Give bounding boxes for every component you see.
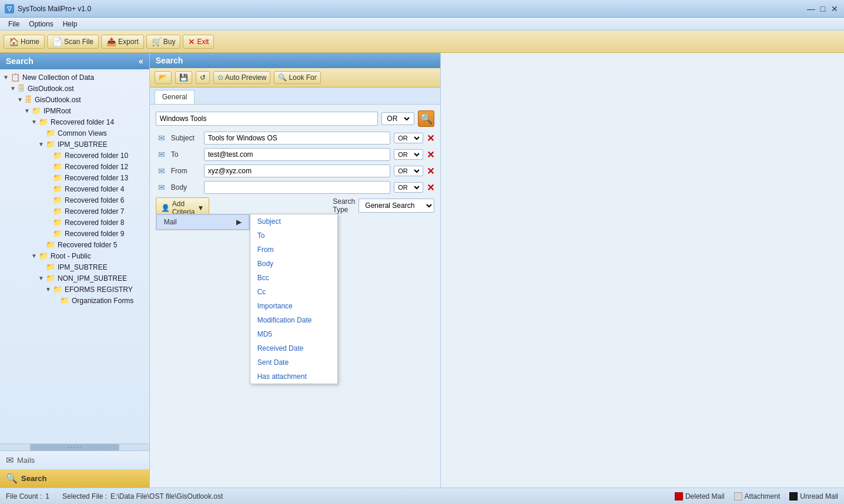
home-button[interactable]: 🏠 Home xyxy=(4,35,45,49)
to-input[interactable] xyxy=(204,148,391,161)
sidebar-item-ipm-subtree[interactable]: ▼📁IPM_SUBTREE xyxy=(0,139,149,150)
subject-remove-button[interactable]: ✕ xyxy=(427,133,434,144)
tree-expand-icon[interactable]: ▼ xyxy=(2,74,9,81)
sidebar-item-recovered-folder-14[interactable]: ▼📁Recovered folder 14 xyxy=(0,116,149,127)
mails-icon: ✉ xyxy=(6,455,14,466)
submenu-md5[interactable]: MD5 xyxy=(250,327,337,341)
submenu-importance[interactable]: Importance xyxy=(250,299,337,313)
menu-file[interactable]: File xyxy=(4,19,24,29)
body-criteria-row: ✉ Body OR AND ✕ xyxy=(156,181,435,194)
tree-expand-icon[interactable]: ▼ xyxy=(9,85,16,92)
submenu-modification-date[interactable]: Modification Date xyxy=(250,313,337,327)
submenu-has-attachment[interactable]: Has attachment xyxy=(250,369,337,384)
look-for-button[interactable]: 🔍 Look For xyxy=(274,71,320,84)
export-button[interactable]: 📤 Export xyxy=(101,35,144,49)
tree-expand-icon xyxy=(45,208,52,215)
tree-expand-icon[interactable]: ▼ xyxy=(31,253,38,260)
sidebar-item-ipm-subtree-2[interactable]: 📁IPM_SUBTREE xyxy=(0,261,149,273)
body-or-select[interactable]: OR AND xyxy=(396,183,421,191)
sidebar-item-non-ipm-subtree[interactable]: ▼📁NON_IPM_SUBTREE xyxy=(0,273,149,284)
sidebar-scrollbar-thumb[interactable]: · · · · · xyxy=(30,444,119,451)
tree-expand-icon[interactable]: ▼ xyxy=(31,119,38,126)
tree-node-label: Organization Forms xyxy=(72,297,133,305)
close-button[interactable]: ✕ xyxy=(830,4,839,14)
from-input[interactable] xyxy=(204,164,391,177)
to-remove-button[interactable]: ✕ xyxy=(427,149,434,160)
menu-options[interactable]: Options xyxy=(24,19,58,29)
body-or-dropdown[interactable]: OR AND xyxy=(394,182,423,193)
sidebar-item-new-collection[interactable]: ▼📋New Collection of Data xyxy=(0,72,149,83)
submenu-received-date[interactable]: Received Date xyxy=(250,341,337,355)
look-for-icon: 🔍 xyxy=(278,73,287,82)
tab-general[interactable]: General xyxy=(155,90,195,104)
sidebar-item-recovered-folder-12[interactable]: 📁Recovered folder 12 xyxy=(0,161,149,172)
from-remove-button[interactable]: ✕ xyxy=(427,166,434,177)
main-or-select[interactable]: OR AND xyxy=(384,114,411,123)
open-folder-button[interactable]: 📂 xyxy=(155,71,172,84)
subject-or-dropdown[interactable]: OR AND xyxy=(394,133,423,143)
save-button[interactable]: 💾 xyxy=(175,71,192,84)
tree-expand-icon[interactable]: ▼ xyxy=(38,141,45,148)
tree-node-label: Recovered folder 9 xyxy=(65,230,124,238)
body-remove-button[interactable]: ✕ xyxy=(427,182,434,193)
auto-preview-button[interactable]: ⊙ Auto Preview xyxy=(213,71,271,84)
minimize-button[interactable]: — xyxy=(806,4,816,14)
sidebar-item-recovered-folder-9[interactable]: 📁Recovered folder 9 xyxy=(0,228,149,239)
to-or-dropdown[interactable]: OR AND xyxy=(394,149,423,160)
sidebar-item-recovered-folder-7[interactable]: 📁Recovered folder 7 xyxy=(0,206,149,217)
sidebar-collapse-button[interactable]: « xyxy=(139,56,143,66)
folder-icon: 📁 xyxy=(53,207,62,216)
sidebar-item-recovered-folder-10[interactable]: 📁Recovered folder 10 xyxy=(0,150,149,161)
tree-expand-icon[interactable]: ▼ xyxy=(24,107,31,115)
folder-icon: 📁 xyxy=(46,129,55,137)
attachment-box xyxy=(734,492,742,500)
tree-expand-icon[interactable]: ▼ xyxy=(38,275,45,282)
from-or-dropdown[interactable]: OR AND xyxy=(394,166,423,176)
buy-button[interactable]: 🛒 Buy xyxy=(146,35,181,49)
sidebar-item-common-views[interactable]: 📁Common Views xyxy=(0,127,149,139)
mail-menu-item[interactable]: Mail ▶ xyxy=(156,214,249,230)
sidebar-item-recovered-folder-8[interactable]: 📁Recovered folder 8 xyxy=(0,217,149,228)
tree-node-label: IPM_SUBTREE xyxy=(58,263,108,271)
submenu-subject[interactable]: Subject xyxy=(250,214,337,229)
sidebar-item-root-public[interactable]: ▼📁Root - Public xyxy=(0,250,149,261)
tab-search[interactable]: 🔍 Search xyxy=(0,469,149,488)
sidebar-horizontal-scrollbar[interactable]: · · · · · xyxy=(0,443,149,451)
sidebar-item-recovered-folder-4[interactable]: 📁Recovered folder 4 xyxy=(0,183,149,194)
search-tab-label: Search xyxy=(21,474,46,483)
scan-button[interactable]: 📄 Scan File xyxy=(47,35,99,49)
to-or-select[interactable]: OR AND xyxy=(396,150,421,159)
run-search-button[interactable]: 🔍 xyxy=(418,110,434,127)
submenu-body[interactable]: Body xyxy=(250,257,337,271)
sidebar-item-recovered-folder-13[interactable]: 📁Recovered folder 13 xyxy=(0,172,149,183)
tree-expand-icon[interactable]: ▼ xyxy=(45,286,52,293)
submenu-sent-date[interactable]: Sent Date xyxy=(250,355,337,369)
sidebar-item-recovered-folder-5[interactable]: 📁Recovered folder 5 xyxy=(0,239,149,250)
auto-preview-radio: ⊙ xyxy=(217,73,223,82)
sidebar-item-gisoutlook-ost-1[interactable]: ▼🗄GisOutlook.ost xyxy=(0,83,149,94)
menu-help[interactable]: Help xyxy=(58,19,82,29)
add-criteria-container: 👤 Add Criteria ▼ Mail ▶ xyxy=(156,197,210,219)
from-or-select[interactable]: OR AND xyxy=(396,167,421,175)
refresh-button[interactable]: ↺ xyxy=(196,71,210,84)
tab-mails[interactable]: ✉ Mails xyxy=(0,451,149,469)
main-search-input[interactable] xyxy=(156,112,379,126)
sidebar-item-eforms-registry[interactable]: ▼📁EFORMS REGISTRY xyxy=(0,284,149,295)
sidebar-item-gisoutlook-ost-2[interactable]: ▼🗄GisOutlook.ost xyxy=(0,94,149,105)
submenu-bcc[interactable]: Bcc xyxy=(250,271,337,285)
maximize-button[interactable]: □ xyxy=(818,4,828,14)
subject-input[interactable] xyxy=(204,132,391,145)
submenu-to[interactable]: To xyxy=(250,229,337,243)
unread-mail-label: Unread Mail xyxy=(800,492,838,500)
sidebar-item-organization-forms[interactable]: 📁Organization Forms xyxy=(0,295,149,306)
exit-button[interactable]: ✕ Exit xyxy=(183,35,214,49)
main-or-dropdown[interactable]: OR AND xyxy=(381,112,414,125)
submenu-cc[interactable]: Cc xyxy=(250,285,337,299)
sidebar-item-ipmroot[interactable]: ▼📁IPMRoot xyxy=(0,105,149,116)
subject-or-select[interactable]: OR AND xyxy=(396,134,421,142)
tree-expand-icon[interactable]: ▼ xyxy=(16,96,24,103)
body-input[interactable] xyxy=(204,181,391,194)
sidebar-item-recovered-folder-6[interactable]: 📁Recovered folder 6 xyxy=(0,194,149,206)
submenu-from[interactable]: From xyxy=(250,243,337,257)
search-type-select[interactable]: General Search Advanced Search xyxy=(359,199,434,213)
